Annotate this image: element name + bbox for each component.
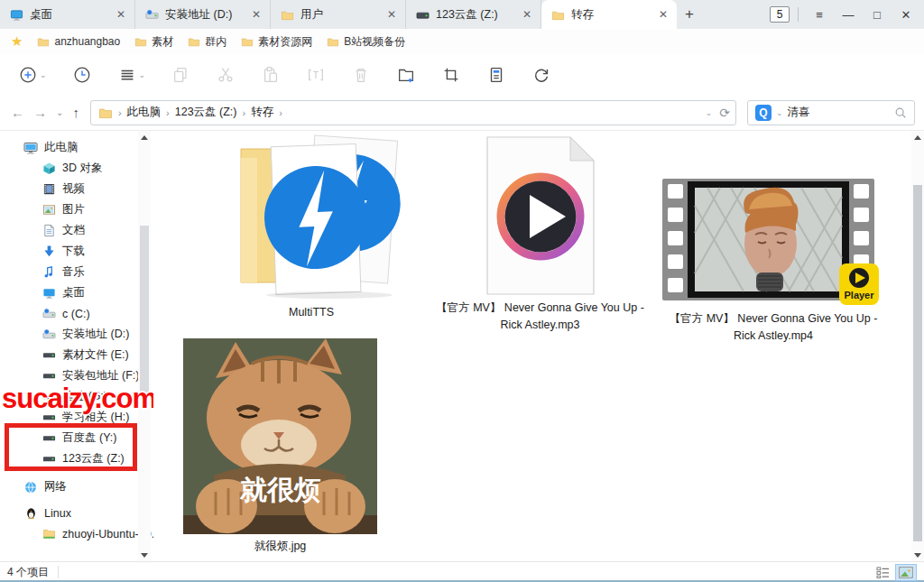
sidebar-item-drive-h[interactable]: 学习相关 (H:) [0,407,153,428]
item-count: 4 个项目 [7,565,49,580]
thumbnail-view-button[interactable] [895,564,917,581]
copy-icon [171,65,190,85]
sidebar-item-desktop[interactable]: 桌面 [0,282,153,303]
address-bar[interactable]: › 此电脑 › 123云盘 (Z:) › 转存 › ⌄ ⟳ [90,100,736,125]
breadcrumb-123cloud[interactable]: 123云盘 (Z:) [175,105,237,120]
image-thumbnail: 就很烦 [183,338,377,534]
maximize-button[interactable]: □ [864,3,890,26]
file-name: MultiTTS [289,304,334,321]
view-menu-button[interactable]: ⌄ [117,65,146,85]
recent-history-button[interactable] [72,65,92,85]
details-view-button[interactable] [872,564,893,581]
3d-objects-icon [42,162,56,176]
sidebar-item-3d-objects[interactable]: 3D 对象 [0,158,153,179]
close-tab-icon[interactable]: ✕ [385,8,398,21]
sidebar-item-drive-y-baidu[interactable]: 百度盘 (Y:) [0,428,153,448]
bookmark-sucaiziyuanwang[interactable]: 素材资源网 [241,34,312,50]
tab-zhuancun-active[interactable]: 转存 ✕ [541,0,677,29]
search-input[interactable]: Q ⌄ 清喜 [747,100,915,125]
address-dropdown-icon[interactable]: ⌄ [706,108,713,117]
close-tab-icon[interactable]: ✕ [521,8,533,21]
menu-button[interactable]: ≡ [807,3,832,26]
sidebar-item-music[interactable]: 音乐 [0,262,153,282]
sidebar-item-documents[interactable]: 文档 [0,220,153,241]
new-tab-button[interactable]: + [677,0,702,29]
crop-button[interactable] [441,65,461,85]
sidebar-item-videos[interactable]: 视频 [0,179,153,199]
file-item-cat-jpg[interactable]: 就很烦 就很烦.jpg [170,338,391,555]
bookmark-anzhuangbao[interactable]: anzhuangbao [37,35,120,48]
history-dropdown-icon[interactable]: ⌄ [56,107,63,117]
system-drive-icon [42,328,56,342]
close-button[interactable]: ✕ [893,3,919,26]
sidebar-item-drive-f[interactable]: 安装包地址 (F:) [0,365,153,386]
sidebar-item-drive-g[interactable]: 地址 (G:) [0,386,153,407]
scroll-down-icon[interactable] [911,549,924,561]
refresh-icon [531,65,551,85]
sidebar-scrollbar[interactable] [138,131,151,561]
search-icon [894,106,907,119]
sidebar-item-drive-e[interactable]: 素材文件 (E:) [0,345,153,365]
sidebar-item-downloads[interactable]: 下载 [0,241,153,262]
chevron-down-icon: ⌄ [40,70,47,79]
scrollbar-thumb[interactable] [140,226,149,397]
drive-icon [42,431,56,446]
star-icon[interactable]: ★ [11,33,23,50]
bookmark-sucai[interactable]: 素材 [134,34,173,50]
list-lines-icon [117,65,137,85]
calculator-button[interactable] [486,65,506,85]
sidebar-item-drive-d[interactable]: 安装地址 (D:) [0,324,153,345]
breadcrumb-this-pc[interactable]: 此电脑 [127,105,162,120]
bookmark-qunnei[interactable]: 群内 [188,34,226,50]
sidebar-item-drive-z-123cloud[interactable]: 123云盘 (Z:) [0,448,153,469]
sidebar-label: 文档 [62,223,85,238]
sidebar-item-ubuntu[interactable]: zhuoyi-Ubuntu-20. [0,523,153,544]
tab-drive-d[interactable]: 安装地址 (D:) ✕ [135,0,271,29]
close-tab-icon[interactable]: ✕ [115,8,127,21]
music-icon [42,265,56,280]
tab-users[interactable]: 用户 ✕ [271,0,406,29]
close-tab-icon[interactable]: ✕ [250,8,263,21]
bookmark-bzhan-backup[interactable]: B站视频备份 [327,34,405,50]
file-item-multitts[interactable]: MultiTTS [221,131,402,321]
sidebar-item-drive-c[interactable]: c (C:) [0,303,153,324]
scroll-up-icon[interactable] [911,131,924,143]
sidebar-item-pictures[interactable]: 图片 [0,199,153,220]
tab-drive-z[interactable]: 123云盘 (Z:) ✕ [406,0,541,29]
sidebar-label: 安装包地址 (F:) [62,368,139,383]
scroll-down-icon[interactable] [138,549,151,561]
breadcrumb-zhuancun[interactable]: 转存 [251,105,273,120]
new-item-button[interactable]: ⌄ [18,65,47,85]
sidebar-item-network[interactable]: 网络 [0,476,153,497]
drive-icon [42,390,56,404]
sidebar-item-this-pc[interactable]: 此电脑 [0,137,153,158]
new-folder-button[interactable] [396,65,416,85]
file-item-rick-mp4[interactable]: Player 【官方 MV】 Never Gonna Give You Up -… [661,135,886,345]
minimize-button[interactable]: — [836,3,861,26]
scissors-icon [216,65,236,85]
scroll-up-icon[interactable] [138,131,151,143]
tab-desktop[interactable]: 桌面 ✕ [0,0,135,29]
thumbnail-view-icon [899,567,913,578]
main-scrollbar[interactable] [911,131,924,561]
chevron-down-icon: ⌄ [139,70,146,79]
trash-icon [351,65,371,85]
drive-icon [42,369,56,383]
scrollbar-thumb[interactable] [913,185,922,541]
window-controls: 5 ≡ — □ ✕ [770,0,924,29]
search-engine-icon[interactable]: Q [755,105,772,121]
file-item-rick-mp3[interactable]: 【官方 MV】 Never Gonna Give You Up - Rick A… [430,135,651,334]
sidebar-item-linux[interactable]: Linux [0,503,153,523]
sidebar-label: 音乐 [62,264,85,280]
search-engine-dropdown-icon[interactable]: ⌄ [776,108,783,117]
close-tab-icon[interactable]: ✕ [657,8,670,21]
up-button[interactable]: ↑ [72,105,79,120]
sidebar-label: Linux [44,507,71,520]
back-button[interactable]: ← [11,105,24,120]
refresh-button[interactable] [531,65,551,85]
forward-button[interactable]: → [33,105,47,120]
tab-bar: 桌面 ✕ 安装地址 (D:) ✕ 用户 ✕ 123云盘 (Z:) ✕ [0,0,924,29]
tab-count-badge[interactable]: 5 [770,6,790,23]
address-refresh-icon[interactable]: ⟳ [719,106,730,120]
file-list-area[interactable]: MultiTTS 【官方 MV】 Never Gonna Give [153,131,924,561]
